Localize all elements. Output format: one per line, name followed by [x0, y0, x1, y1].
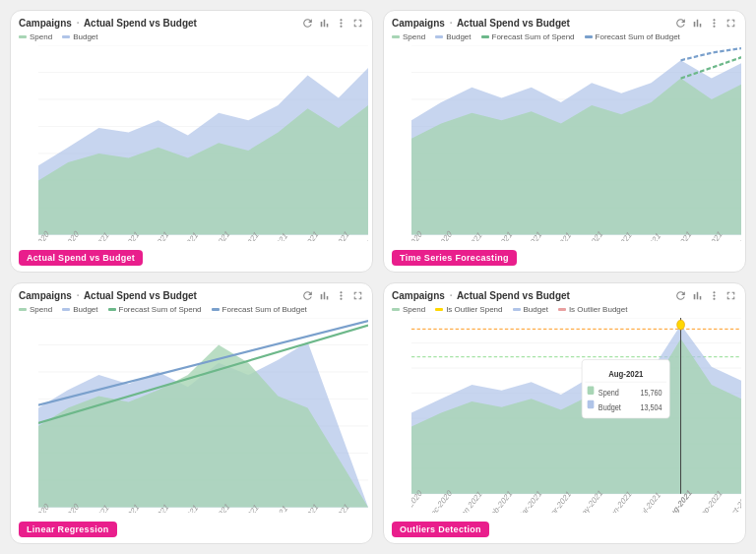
refresh-icon[interactable]	[301, 17, 314, 30]
card-time-series: Campaigns · Actual Spend vs Budget Spend…	[383, 10, 746, 273]
svg-text:Budget: Budget	[598, 400, 622, 411]
svg-text:Spend: Spend	[598, 387, 619, 398]
legend-spend-2: Spend	[392, 32, 425, 41]
chart-svg-2: 0 2,000 4,000 6,000 8,000 10,000 12,000 …	[411, 45, 741, 241]
legend-forecast-spend-3: Forecast Sum of Spend	[108, 305, 202, 314]
refresh-icon-4[interactable]	[674, 289, 687, 302]
subtitle-text-3: Actual Spend vs Budget	[84, 290, 197, 301]
main-grid: Campaigns · Actual Spend vs Budget Spend…	[0, 0, 756, 554]
svg-text:Aug-2021: Aug-2021	[608, 367, 643, 378]
card-header-2: Campaigns · Actual Spend vs Budget	[384, 11, 745, 31]
legend-forecast-budget: Forecast Sum of Budget	[585, 32, 680, 41]
card-icons-1	[301, 17, 364, 30]
subtitle-text-2: Actual Spend vs Budget	[457, 18, 570, 29]
more-icon-4[interactable]	[708, 289, 721, 302]
legend-forecast-spend: Forecast Sum of Spend	[481, 32, 575, 41]
title-text-4: Campaigns	[392, 290, 445, 301]
card-title-2: Campaigns · Actual Spend vs Budget	[392, 18, 570, 29]
legend-spend-4: Spend	[392, 305, 425, 314]
footer-badge-4: Outliers Detection	[392, 522, 489, 537]
legend-forecast-budget-3: Forecast Sum of Budget	[212, 305, 307, 314]
legend-3: Spend Budget Forecast Sum of Spend Forec…	[11, 304, 372, 316]
legend-1: Spend Budget	[11, 31, 372, 43]
legend-2: Spend Budget Forecast Sum of Spend Forec…	[384, 31, 745, 43]
expand-icon-3[interactable]	[351, 289, 364, 302]
subtitle-text-4: Actual Spend vs Budget	[457, 290, 570, 301]
legend-budget-2: Budget	[435, 32, 471, 41]
svg-text:13,504: 13,504	[640, 400, 662, 411]
footer-badge-3: Linear Regression	[19, 522, 117, 537]
card-footer-2: Time Series Forecasting	[384, 243, 745, 272]
chart-svg-1: 0 2,000 4,000 6,000 8,000 10,000 12,000 …	[38, 45, 368, 241]
barchart-icon[interactable]	[318, 17, 331, 30]
barchart-icon-3[interactable]	[318, 289, 331, 302]
legend-outlier-budget: Is Outlier Budget	[558, 305, 628, 314]
svg-rect-104	[588, 400, 595, 408]
barchart-icon-4[interactable]	[691, 289, 704, 302]
card-header-3: Campaigns · Actual Spend vs Budget	[11, 283, 372, 304]
svg-text:15,760: 15,760	[640, 387, 662, 398]
chart-area-4: Aug-2021 Spend 15,760 Budget 13,504 15,7…	[384, 316, 745, 516]
card-header-1: Campaigns · Actual Spend vs Budget	[11, 11, 372, 31]
card-linear-reg: Campaigns · Actual Spend vs Budget Spend…	[10, 282, 373, 545]
chart-area-2: 0 2,000 4,000 6,000 8,000 10,000 12,000 …	[384, 43, 745, 243]
chart-area-3: 0 2,000 4,000 6,000 8,000 10,000 12,000 …	[11, 316, 372, 516]
title-text-1: Campaigns	[19, 18, 72, 29]
barchart-icon-2[interactable]	[691, 17, 704, 30]
card-icons-4	[674, 289, 737, 302]
legend-outlier-spend: Is Outlier Spend	[435, 305, 502, 314]
title-text-2: Campaigns	[392, 18, 445, 29]
card-icons-2	[674, 17, 737, 30]
card-outliers: Campaigns · Actual Spend vs Budget Spend…	[383, 282, 746, 545]
card-header-4: Campaigns · Actual Spend vs Budget	[384, 283, 745, 304]
refresh-icon-2[interactable]	[674, 17, 687, 30]
chart-area-1: 0 2,000 4,000 6,000 8,000 10,000 12,000 …	[11, 43, 372, 243]
card-icons-3	[301, 289, 364, 302]
expand-icon-4[interactable]	[724, 289, 737, 302]
card-actual-spend: Campaigns · Actual Spend vs Budget Spend…	[10, 10, 373, 273]
card-footer-4: Outliers Detection	[384, 515, 745, 543]
legend-budget-1: Budget	[62, 32, 97, 41]
card-title-1: Campaigns · Actual Spend vs Budget	[19, 18, 197, 29]
legend-4: Spend Is Outlier Spend Budget Is Outlier…	[384, 304, 745, 316]
legend-spend-1: Spend	[19, 32, 52, 41]
svg-point-97	[677, 320, 685, 330]
title-text-3: Campaigns	[19, 290, 72, 301]
footer-badge-1: Actual Spend vs Budget	[19, 250, 143, 266]
chart-svg-3: 0 2,000 4,000 6,000 8,000 10,000 12,000 …	[38, 318, 368, 514]
legend-budget-3: Budget	[62, 305, 97, 314]
expand-icon-2[interactable]	[724, 17, 737, 30]
card-title-4: Campaigns · Actual Spend vs Budget	[392, 290, 570, 301]
more-icon-3[interactable]	[335, 289, 347, 302]
more-icon-2[interactable]	[708, 17, 721, 30]
expand-icon[interactable]	[351, 17, 364, 30]
legend-spend-3: Spend	[19, 305, 52, 314]
legend-budget-4: Budget	[513, 305, 548, 314]
chart-svg-4: Aug-2021 Spend 15,760 Budget 13,504 15,7…	[411, 318, 741, 514]
footer-badge-2: Time Series Forecasting	[392, 250, 517, 266]
card-title-3: Campaigns · Actual Spend vs Budget	[19, 290, 197, 301]
refresh-icon-3[interactable]	[301, 289, 314, 302]
subtitle-text-1: Actual Spend vs Budget	[84, 18, 197, 29]
more-icon[interactable]	[335, 17, 347, 30]
svg-rect-101	[588, 386, 595, 395]
card-footer-1: Actual Spend vs Budget	[11, 243, 372, 272]
card-footer-3: Linear Regression	[11, 515, 372, 543]
